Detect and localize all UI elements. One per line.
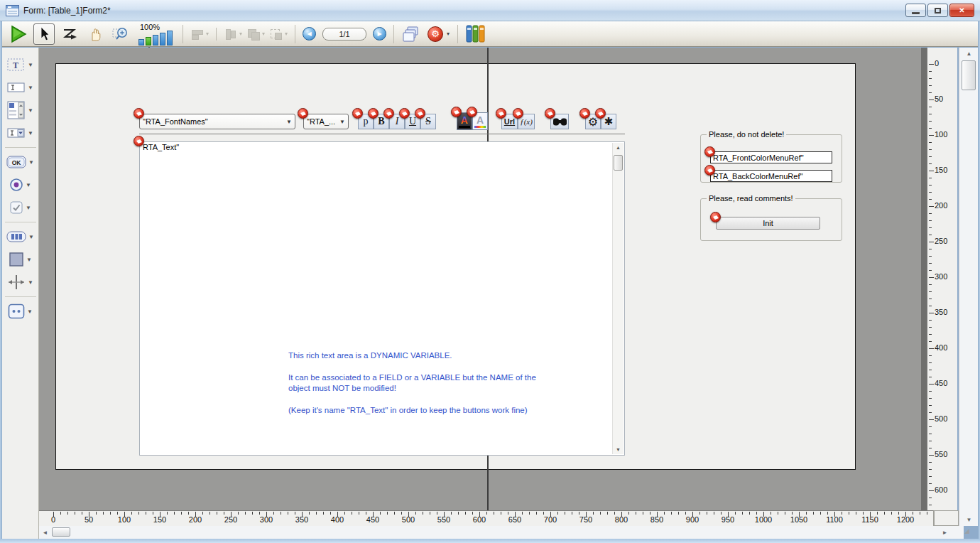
page-indicator: 1/1 <box>322 28 366 41</box>
rta-object-name: RTA_Text" <box>143 143 179 151</box>
chevron-down-icon[interactable]: ▼ <box>27 308 33 315</box>
object-method-badge[interactable] <box>467 107 477 117</box>
form-boundary-band <box>921 48 927 510</box>
plugin-area-tool-icon <box>8 303 25 319</box>
form-settings-button[interactable]: ⚙ ▾ <box>427 23 450 45</box>
object-method-badge[interactable] <box>595 108 606 119</box>
run-form-button[interactable] <box>8 23 29 45</box>
close-button[interactable]: ✕ <box>949 4 974 17</box>
zoom-tool-button[interactable] <box>110 23 131 45</box>
scroll-down-icon[interactable]: ▼ <box>959 514 979 526</box>
svg-text:OK: OK <box>12 159 22 166</box>
checkbox-tool-icon <box>9 200 23 215</box>
scroll-down-icon[interactable]: ▼ <box>616 447 621 452</box>
object-method-badge[interactable] <box>513 108 523 119</box>
palette-tool-listbox[interactable]: ▼ <box>7 101 33 120</box>
window-title: Form: [Table_1]Form2* <box>23 6 111 16</box>
listbox-tool-icon <box>7 101 26 119</box>
maximize-button[interactable] <box>927 4 948 17</box>
init-button[interactable]: Init <box>716 217 820 230</box>
chevron-down-icon[interactable]: ▼ <box>28 279 33 286</box>
rectangle-tool-icon <box>9 252 24 267</box>
chevron-down-icon[interactable]: ▼ <box>26 205 31 211</box>
entry-order-button[interactable] <box>59 23 80 45</box>
mask-icon <box>553 118 567 126</box>
rta-scrollbar[interactable]: ▲ ▼ <box>612 143 624 454</box>
object-method-badge[interactable] <box>579 108 590 119</box>
chevron-down-icon: ▼ <box>339 119 345 125</box>
next-page-button[interactable]: ▶ <box>373 27 386 41</box>
palette-tool-input-field[interactable]: ▼ <box>7 78 33 97</box>
minimize-button[interactable] <box>905 4 926 17</box>
back-color-menu-ref-field[interactable]: RTA_BackColorMenuRef" <box>710 170 832 182</box>
chevron-down-icon[interactable]: ▼ <box>28 107 33 114</box>
zoom-bars[interactable] <box>138 31 173 45</box>
palette-tool-plugin-area[interactable]: ▼ <box>8 302 33 321</box>
vertical-ruler: 050100150200250300350400450500550600 <box>927 48 957 510</box>
palette-tool-radio-button[interactable]: ▼ <box>9 176 31 195</box>
palette-tool-splitter[interactable]: ▼ <box>7 273 33 292</box>
object-method-badge[interactable] <box>399 108 410 119</box>
select-tool-button[interactable] <box>33 23 55 45</box>
chevron-down-icon[interactable]: ▼ <box>28 62 33 68</box>
chevron-down-icon[interactable]: ▼ <box>28 159 34 166</box>
chevron-down-icon[interactable]: ▼ <box>26 257 32 263</box>
object-method-badge[interactable] <box>352 108 363 119</box>
scroll-left-icon[interactable]: ◄ <box>39 526 51 539</box>
palette-tool-combobox[interactable]: ▼ <box>7 124 33 143</box>
palette-tool-button-grid[interactable]: ▼ <box>6 227 34 247</box>
titlebar: Form: [Table_1]Form2* ✕ <box>0 0 980 21</box>
rich-text-area[interactable]: RTA_Text" This rich text area is a DYNAM… <box>139 141 625 456</box>
vertical-scrollbar-thumb[interactable] <box>962 60 976 90</box>
inherited-form-icon <box>403 26 421 43</box>
form-editor-window: Form: [Table_1]Form2* ✕ <box>0 0 980 543</box>
object-method-badge[interactable] <box>134 108 144 119</box>
object-method-badge[interactable] <box>451 107 462 117</box>
object-method-badge[interactable] <box>415 108 425 119</box>
chevron-down-icon[interactable]: ▼ <box>28 234 34 240</box>
palette-tool-checkbox[interactable]: ▼ <box>9 198 31 217</box>
chevron-down-icon: ▼ <box>286 119 292 125</box>
chevron-down-icon[interactable]: ▼ <box>26 182 31 188</box>
scroll-up-icon[interactable]: ▲ <box>959 48 979 60</box>
horizontal-scrollbar[interactable]: ◄ ► <box>39 526 964 539</box>
object-method-badge[interactable] <box>134 136 144 146</box>
window-frame <box>0 21 2 543</box>
palette-tool-static-text[interactable]: T ▼ <box>7 55 33 75</box>
rta-comment-text: This rich text area is a DYNAMIC VARIABL… <box>288 350 552 427</box>
resize-grip-icon[interactable]: ◢ <box>964 527 976 537</box>
object-method-badge[interactable] <box>298 108 308 119</box>
object-method-badge[interactable] <box>368 108 379 119</box>
object-method-badge[interactable] <box>704 146 715 157</box>
object-method-badge[interactable] <box>545 108 555 119</box>
vertical-scrollbar[interactable]: ▲ ▼ <box>959 48 978 526</box>
object-method-badge[interactable] <box>704 165 715 176</box>
inherited-form-button[interactable] <box>401 23 423 45</box>
object-method-badge[interactable] <box>383 108 394 119</box>
group-title: Please, read comments! <box>707 194 795 203</box>
chevron-down-icon[interactable]: ▼ <box>28 130 33 136</box>
rta-scrollbar-thumb[interactable] <box>614 155 623 171</box>
horizontal-scrollbar-thumb[interactable] <box>52 527 70 537</box>
font-name-combo[interactable]: "RTA_FontNames" ▼ <box>139 114 295 129</box>
button-tool-icon: OK <box>6 156 26 168</box>
palette-separator <box>5 296 36 297</box>
previous-page-button[interactable]: ◀ <box>303 27 316 41</box>
palette-tool-rectangle[interactable]: ▼ <box>9 250 32 269</box>
palette-tool-button[interactable]: OK ▼ <box>6 153 34 172</box>
front-color-menu-ref-field[interactable]: RTA_FrontColorMenuRef" <box>710 151 832 163</box>
zoom-magnifier-icon <box>112 26 129 43</box>
font-size-combo[interactable]: "RTA_... ▼ <box>303 114 349 129</box>
library-button[interactable] <box>465 23 486 45</box>
distribute-tools-disabled: ▾ <box>224 28 242 41</box>
window-frame <box>0 539 980 543</box>
chevron-down-icon[interactable]: ▼ <box>28 85 33 91</box>
form-canvas[interactable]: "RTA_FontNames" ▼ "RTA_... ▼ p B I U S A… <box>39 48 927 510</box>
object-method-badge[interactable] <box>710 212 721 222</box>
object-method-badge[interactable] <box>496 108 506 119</box>
scroll-up-icon[interactable]: ▲ <box>616 145 621 150</box>
main-toolbar: 100% ▾ ▾ ▾ ▾ ◀ 1/1 ▶ <box>2 21 978 47</box>
pan-tool-button[interactable] <box>85 23 106 45</box>
scroll-right-icon[interactable]: ► <box>939 526 951 539</box>
zoom-widget[interactable]: 100% <box>138 23 173 45</box>
